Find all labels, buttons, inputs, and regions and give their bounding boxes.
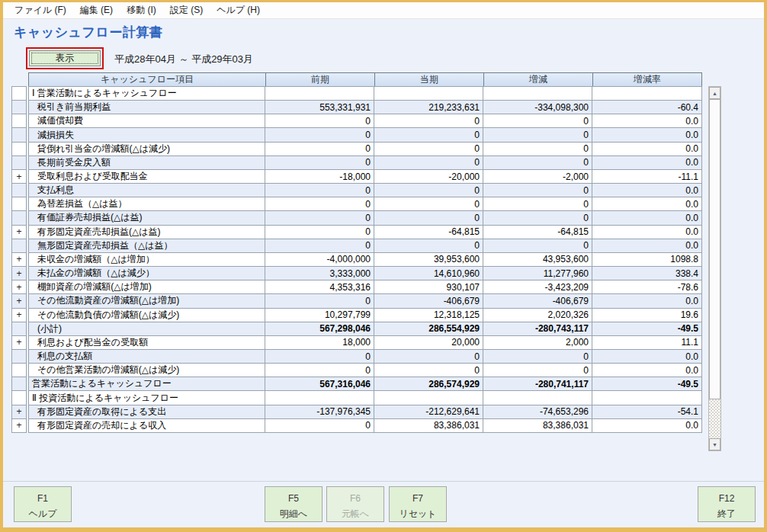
- table-row[interactable]: +棚卸資産の増減額(△は増加)4,353,316930,107-3,423,20…: [11, 280, 702, 294]
- function-key-f7-button[interactable]: F7リセット: [389, 486, 447, 522]
- cell-change: 0: [483, 128, 592, 141]
- expand-toggle[interactable]: +: [11, 252, 27, 267]
- table-row[interactable]: +その他流動負債の増減額(△は減少)10,297,79912,318,1252,…: [11, 308, 702, 322]
- row-cells: 有形固定資産の取得による支出-137,976,345-212,629,641-7…: [28, 405, 702, 419]
- expand-toggle[interactable]: +: [11, 405, 27, 419]
- expand-toggle[interactable]: +: [11, 280, 27, 294]
- table-row[interactable]: +未払金の増減額（△は減少）3,333,00014,610,96011,277,…: [11, 266, 702, 280]
- cell-change: 0: [483, 114, 592, 127]
- cell-prev-period: -137,976,345: [265, 405, 374, 418]
- cell-current-period: 14,610,960: [374, 267, 483, 280]
- fkey-number: F5: [265, 492, 322, 506]
- cell-prev-period: 0: [265, 226, 374, 239]
- table-row[interactable]: 営業活動によるキャッシュフロー567,316,046286,574,929-28…: [11, 377, 702, 391]
- cell-prev-period: [265, 391, 374, 404]
- row-cells: その他流動負債の増減額(△は減少)10,297,79912,318,1252,0…: [28, 308, 702, 322]
- cell-change-rate: -11.1: [592, 170, 701, 183]
- row-gutter: [11, 183, 27, 197]
- expand-toggle[interactable]: +: [11, 293, 27, 308]
- table-row[interactable]: 長期前受金戻入額0000.0: [11, 155, 702, 170]
- table-row[interactable]: Ⅰ 営業活動によるキャッシュフロー: [11, 86, 702, 101]
- row-cells: 貸倒れ引当金の増減額(△は減少)0000.0: [28, 142, 702, 156]
- table-row[interactable]: 税引き前当期利益553,331,931219,233,631-334,098,3…: [11, 100, 702, 114]
- cell-change-rate: -60.4: [592, 101, 701, 114]
- cell-item-label: 未払金の増減額（△は減少）: [29, 267, 265, 280]
- expand-toggle[interactable]: +: [11, 225, 27, 239]
- cell-change: [483, 87, 592, 100]
- table-row[interactable]: 支払利息0000.0: [11, 183, 702, 197]
- scrollbar-track[interactable]: [709, 399, 720, 438]
- page-title: キャッシュフロー計算書: [14, 24, 162, 41]
- cell-change-rate: -49.5: [592, 322, 701, 335]
- cell-change: -334,098,300: [483, 101, 592, 114]
- row-cells: 棚卸資産の増減額(△は増加)4,353,316930,107-3,423,209…: [28, 280, 702, 294]
- table-row[interactable]: 為替差損益（△は益）0000.0: [11, 197, 702, 211]
- cell-current-period: -64,815: [374, 226, 483, 239]
- cell-change-rate: 0.0: [592, 143, 701, 155]
- row-cells: 受取利息および受取配当金-18,000-20,000-2,000-11.1: [28, 169, 702, 184]
- menu-item-move[interactable]: 移動 (I): [120, 2, 163, 19]
- function-key-f12-button[interactable]: F12終了: [698, 486, 756, 522]
- table-row[interactable]: +未収金の増減額（△は増加）-4,000,00039,953,60043,953…: [11, 252, 702, 267]
- vertical-scrollbar[interactable]: ▲ ▼: [708, 86, 721, 451]
- scrollbar-thumb[interactable]: [709, 99, 720, 399]
- table-row[interactable]: +利息および配当金の受取額18,00020,0002,00011.1: [11, 335, 702, 350]
- row-gutter: [11, 363, 27, 377]
- table-row[interactable]: 利息の支払額0000.0: [11, 349, 702, 364]
- table-row[interactable]: +有形固定資産売却損益(△は益)0-64,815-64,8150.0: [11, 225, 702, 239]
- column-header-current: 当期: [375, 72, 484, 87]
- cell-change-rate: [592, 391, 701, 404]
- table-row[interactable]: 有価証券売却損益(△は益)0000.0: [11, 210, 702, 225]
- function-key-f6-button: F6元帳へ: [326, 486, 384, 522]
- display-button-focus-highlight: 表示: [26, 47, 104, 69]
- function-key-f5-button[interactable]: F5明細へ: [265, 486, 323, 522]
- table-row[interactable]: 無形固定資産売却損益（△は益）0000.0: [11, 239, 702, 253]
- cell-change: -74,653,296: [483, 405, 592, 418]
- scroll-up-button[interactable]: ▲: [709, 87, 720, 99]
- cell-current-period: -20,000: [374, 170, 483, 183]
- table-row[interactable]: +有形固定資産の売却による収入083,386,03183,386,0310.0: [11, 418, 702, 433]
- table-row[interactable]: Ⅱ 投資活動によるキャッシュフロー: [11, 390, 702, 405]
- function-key-f1-button[interactable]: F1ヘルプ: [14, 486, 72, 522]
- cell-change: -2,000: [483, 170, 592, 183]
- expand-toggle[interactable]: +: [11, 335, 27, 350]
- cell-item-label: 貸倒れ引当金の増減額(△は減少): [29, 143, 265, 155]
- cell-change-rate: 0.0: [592, 184, 701, 197]
- cell-current-period: 0: [374, 197, 483, 210]
- scroll-down-button[interactable]: ▼: [709, 438, 720, 450]
- row-cells: 長期前受金戻入額0000.0: [28, 155, 702, 170]
- table-row[interactable]: (小計)567,298,046286,554,929-280,743,117-4…: [11, 322, 702, 336]
- table-row[interactable]: +有形固定資産の取得による支出-137,976,345-212,629,641-…: [11, 405, 702, 419]
- menu-item-file[interactable]: ファイル (F): [8, 2, 73, 19]
- cell-change: 2,000: [483, 336, 592, 349]
- column-header-item: キャッシュフロー項目: [28, 72, 266, 87]
- menu-bar: ファイル (F)編集 (E)移動 (I)設定 (S)ヘルプ (H): [3, 2, 764, 19]
- cell-prev-period: 567,298,046: [265, 322, 374, 335]
- row-cells: 有価証券売却損益(△は益)0000.0: [28, 210, 702, 225]
- cell-change-rate: 0.0: [592, 226, 701, 239]
- row-gutter: [11, 322, 27, 336]
- expand-toggle[interactable]: +: [11, 266, 27, 280]
- menu-item-edit[interactable]: 編集 (E): [73, 2, 120, 19]
- row-cells: 税引き前当期利益553,331,931219,233,631-334,098,3…: [28, 100, 702, 114]
- menu-item-settings[interactable]: 設定 (S): [163, 2, 210, 19]
- table-row[interactable]: その他営業活動の増減額(△は減少)0000.0: [11, 363, 702, 377]
- cell-change: 0: [483, 156, 592, 169]
- table-row[interactable]: 減価償却費0000.0: [11, 114, 702, 128]
- table-row[interactable]: 貸倒れ引当金の増減額(△は減少)0000.0: [11, 142, 702, 156]
- expand-toggle[interactable]: +: [11, 169, 27, 184]
- menu-item-help[interactable]: ヘルプ (H): [210, 2, 267, 19]
- row-cells: 有形固定資産の売却による収入083,386,03183,386,0310.0: [28, 418, 702, 433]
- fkey-number: F12: [698, 492, 755, 506]
- table-row[interactable]: +受取利息および受取配当金-18,000-20,000-2,000-11.1: [11, 169, 702, 184]
- cell-change: -64,815: [483, 226, 592, 239]
- display-button-label: 表示: [56, 53, 74, 63]
- column-header-change: 増減: [484, 72, 593, 87]
- cell-change-rate: -54.1: [592, 405, 701, 418]
- cell-change: 0: [483, 197, 592, 210]
- expand-toggle[interactable]: +: [11, 308, 27, 322]
- table-row[interactable]: 減損損失0000.0: [11, 127, 702, 142]
- expand-toggle[interactable]: +: [11, 418, 27, 433]
- display-button[interactable]: 表示: [29, 50, 101, 66]
- table-row[interactable]: +その他流動資産の増減額(△は増加)0-406,679-406,6790.0: [11, 293, 702, 308]
